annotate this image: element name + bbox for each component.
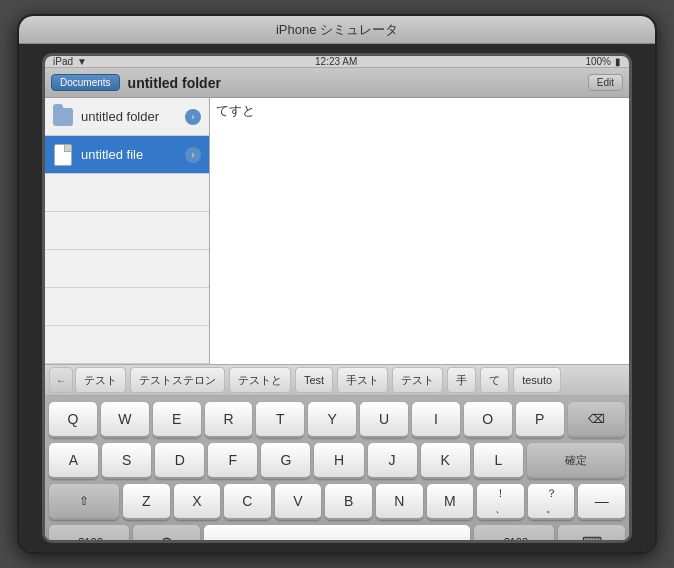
key-i[interactable]: I — [412, 402, 460, 438]
empty-row — [45, 212, 209, 250]
keyboard-row-2: A S D F G H J K L 確定 — [49, 443, 625, 479]
simulator-titlebar: iPhone シミュレータ — [19, 16, 655, 44]
key-r[interactable]: R — [205, 402, 253, 438]
ipad-statusbar: iPad ▼ 12:23 AM 100% ▮ — [45, 56, 629, 68]
key-o[interactable]: O — [464, 402, 512, 438]
empty-row — [45, 174, 209, 212]
simulator-title: iPhone シミュレータ — [276, 21, 398, 39]
content-split: untitled folder › untitled file › — [45, 98, 629, 364]
signal-icon: ▼ — [77, 56, 87, 67]
shift-key[interactable]: ⇧ — [49, 484, 119, 520]
ipad-screen: iPad ▼ 12:23 AM 100% ▮ Documents untitle… — [42, 53, 632, 543]
keyboard-row-3: ⇧ Z X C V B N M ！、 ？。 — — [49, 484, 625, 520]
keyboard-row-4: .?123 ⊕ .?123 ⌨ — [49, 525, 625, 543]
empty-row — [45, 326, 209, 364]
key-f[interactable]: F — [208, 443, 257, 479]
suggestion-6[interactable]: 手 — [447, 367, 476, 393]
key-p[interactable]: P — [516, 402, 564, 438]
folder-icon-container — [53, 105, 73, 129]
list-item[interactable]: untitled folder › — [45, 98, 209, 136]
status-left: iPad ▼ — [53, 56, 87, 67]
num-key-left[interactable]: .?123 — [49, 525, 129, 543]
device-body: iPad ▼ 12:23 AM 100% ▮ Documents untitle… — [19, 44, 655, 552]
key-u[interactable]: U — [360, 402, 408, 438]
chevron-icon: › — [185, 109, 201, 125]
app-area: Documents untitled folder Edit untitled … — [45, 68, 629, 543]
key-excl[interactable]: ！、 — [477, 484, 524, 520]
folder-name: untitled folder — [81, 109, 177, 124]
edit-button[interactable]: Edit — [588, 74, 623, 91]
key-s[interactable]: S — [102, 443, 151, 479]
doc-icon — [54, 144, 72, 166]
key-t[interactable]: T — [256, 402, 304, 438]
key-a[interactable]: A — [49, 443, 98, 479]
empty-row — [45, 250, 209, 288]
space-key[interactable] — [204, 525, 471, 543]
keyboard: Q W E R T Y U I O P ⌫ A — [45, 396, 629, 543]
key-v[interactable]: V — [275, 484, 322, 520]
back-arrow-button[interactable]: ← — [49, 367, 73, 393]
suggestion-0[interactable]: テスト — [75, 367, 126, 393]
folder-icon — [53, 108, 73, 126]
suggestion-4[interactable]: 手スト — [337, 367, 388, 393]
suggestion-7[interactable]: て — [480, 367, 509, 393]
key-m[interactable]: M — [427, 484, 474, 520]
key-d[interactable]: D — [155, 443, 204, 479]
file-name: untitled file — [81, 147, 177, 162]
folder-title: untitled folder — [124, 75, 584, 91]
key-l[interactable]: L — [474, 443, 523, 479]
num-key-right[interactable]: .?123 — [474, 525, 554, 543]
empty-rows — [45, 174, 209, 364]
key-h[interactable]: H — [314, 443, 363, 479]
key-x[interactable]: X — [174, 484, 221, 520]
key-k[interactable]: K — [421, 443, 470, 479]
key-g[interactable]: G — [261, 443, 310, 479]
keyboard-hide-key[interactable]: ⌨ — [558, 525, 625, 543]
status-time: 12:23 AM — [315, 56, 357, 67]
suggestion-2[interactable]: テストと — [229, 367, 291, 393]
key-n[interactable]: N — [376, 484, 423, 520]
key-q[interactable]: Q — [49, 402, 97, 438]
key-j[interactable]: J — [368, 443, 417, 479]
chevron-icon: › — [185, 147, 201, 163]
key-z[interactable]: Z — [123, 484, 170, 520]
autocomplete-bar: ← テスト テストステロン テストと Test 手スト テスト 手 て tesu… — [45, 364, 629, 396]
globe-key[interactable]: ⊕ — [133, 525, 200, 543]
file-list: untitled folder › untitled file › — [45, 98, 210, 364]
delete-key[interactable]: ⌫ — [568, 402, 625, 438]
suggestion-3[interactable]: Test — [295, 367, 333, 393]
nav-bar: Documents untitled folder Edit — [45, 68, 629, 98]
battery-label: 100% — [585, 56, 611, 67]
key-question[interactable]: ？。 — [528, 484, 575, 520]
simulator-window: iPhone シミュレータ iPad ▼ 12:23 AM 100% ▮ Doc… — [17, 14, 657, 554]
battery-icon: ▮ — [615, 56, 621, 67]
status-right: 100% ▮ — [585, 56, 621, 67]
key-b[interactable]: B — [325, 484, 372, 520]
suggestion-5[interactable]: テスト — [392, 367, 443, 393]
suggestion-8[interactable]: tesuto — [513, 367, 561, 393]
suggestion-1[interactable]: テストステロン — [130, 367, 225, 393]
keyboard-row-1: Q W E R T Y U I O P ⌫ — [49, 402, 625, 438]
key-w[interactable]: W — [101, 402, 149, 438]
confirm-key[interactable]: 確定 — [527, 443, 625, 479]
key-c[interactable]: C — [224, 484, 271, 520]
editor-content: てすと — [216, 102, 623, 120]
key-e[interactable]: E — [153, 402, 201, 438]
key-dash[interactable]: — — [578, 484, 625, 520]
empty-row — [45, 288, 209, 326]
key-y[interactable]: Y — [308, 402, 356, 438]
text-editor[interactable]: てすと — [210, 98, 629, 364]
ipad-label: iPad — [53, 56, 73, 67]
file-icon-container — [53, 143, 73, 167]
documents-button[interactable]: Documents — [51, 74, 120, 91]
list-item[interactable]: untitled file › — [45, 136, 209, 174]
